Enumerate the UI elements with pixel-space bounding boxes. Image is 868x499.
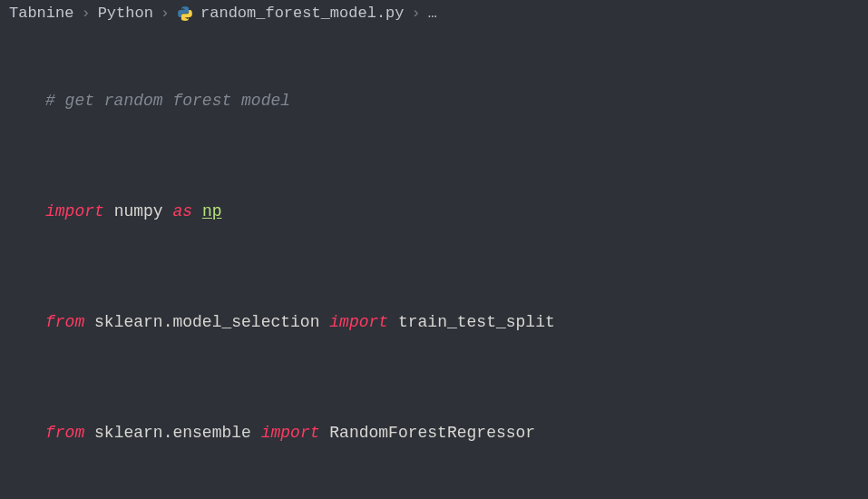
- keyword-import: import: [261, 419, 320, 447]
- breadcrumb-item-python[interactable]: Python: [98, 5, 153, 22]
- code-line[interactable]: # get random forest model: [45, 87, 868, 115]
- editor-window: Tabnine › Python › random_forest_model.p…: [0, 0, 868, 499]
- code-line[interactable]: import numpy as np: [45, 198, 868, 226]
- imported-names: RandomForestRegressor: [329, 419, 535, 447]
- comment: # get random forest model: [45, 87, 290, 115]
- python-file-icon: [177, 5, 193, 22]
- module-path: sklearn.model_selection: [94, 308, 319, 337]
- breadcrumb-separator: ›: [81, 5, 90, 22]
- keyword-from: from: [45, 419, 84, 447]
- keyword-import: import: [329, 308, 388, 337]
- keyword-import: import: [45, 198, 104, 226]
- breadcrumb-separator: ›: [411, 5, 420, 22]
- code-line[interactable]: from sklearn.model_selection import trai…: [45, 308, 868, 337]
- breadcrumb-ellipsis[interactable]: …: [428, 5, 437, 22]
- breadcrumb-item-file[interactable]: random_forest_model.py: [200, 5, 404, 22]
- code-editor[interactable]: # get random forest model import numpy a…: [0, 26, 868, 499]
- module-path: sklearn.ensemble: [94, 419, 251, 447]
- keyword-from: from: [45, 308, 84, 337]
- breadcrumb-separator: ›: [161, 5, 170, 22]
- code-line[interactable]: from sklearn.ensemble import RandomFores…: [45, 419, 868, 447]
- breadcrumb[interactable]: Tabnine › Python › random_forest_model.p…: [0, 0, 868, 26]
- module-alias: np: [202, 198, 222, 226]
- keyword-as: as: [172, 198, 192, 226]
- imported-names: train_test_split: [398, 308, 555, 337]
- identifier: numpy: [114, 198, 163, 226]
- breadcrumb-item-tabnine[interactable]: Tabnine: [9, 5, 73, 22]
